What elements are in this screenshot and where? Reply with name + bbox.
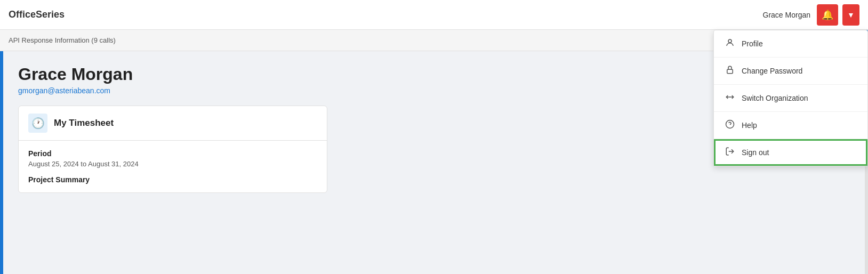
timesheet-body: Period August 25, 2024 to August 31, 202… bbox=[19, 141, 327, 192]
dropdown-sign-out-label: Sign out bbox=[742, 148, 769, 157]
dropdown-change-password-label: Change Password bbox=[742, 67, 802, 75]
user-dropdown-menu: Profile Change Password Switch Organizat… bbox=[713, 30, 868, 166]
timesheet-card: 🕐 My Timesheet Period August 25, 2024 to… bbox=[18, 106, 327, 193]
header-right: Grace Morgan 🔔 ▼ bbox=[763, 4, 859, 26]
dropdown-item-help[interactable]: Help bbox=[714, 112, 867, 139]
period-dates: August 25, 2024 to August 31, 2024 bbox=[28, 160, 317, 168]
bell-icon: 🔔 bbox=[822, 9, 833, 21]
project-summary-label: Project Summary bbox=[28, 175, 317, 184]
bell-button[interactable]: 🔔 bbox=[817, 4, 838, 26]
dropdown-switch-org-label: Switch Organization bbox=[742, 94, 808, 102]
timesheet-icon-wrapper: 🕐 bbox=[28, 114, 47, 133]
period-label: Period bbox=[28, 149, 317, 158]
profile-icon bbox=[725, 38, 735, 50]
dropdown-profile-label: Profile bbox=[742, 39, 763, 48]
timesheet-title: My Timesheet bbox=[54, 118, 114, 128]
dropdown-item-profile[interactable]: Profile bbox=[714, 30, 867, 58]
help-icon bbox=[725, 119, 735, 131]
dropdown-item-change-password[interactable]: Change Password bbox=[714, 58, 867, 85]
dropdown-help-label: Help bbox=[742, 121, 757, 130]
dropdown-item-switch-org[interactable]: Switch Organization bbox=[714, 85, 867, 112]
lock-icon bbox=[725, 65, 735, 77]
timesheet-card-header: 🕐 My Timesheet bbox=[19, 106, 327, 141]
api-info-text: API Response Information (9 calls) bbox=[9, 36, 116, 44]
chevron-down-icon: ▼ bbox=[847, 11, 855, 19]
timesheet-icon: 🕐 bbox=[31, 117, 45, 130]
app-logo: OfficeSeries bbox=[9, 9, 65, 20]
dropdown-item-sign-out[interactable]: Sign out bbox=[714, 139, 867, 166]
svg-rect-1 bbox=[727, 69, 733, 74]
svg-point-0 bbox=[728, 39, 732, 43]
header: OfficeSeries Grace Morgan 🔔 ▼ Profile bbox=[0, 0, 868, 30]
header-username: Grace Morgan bbox=[763, 11, 810, 19]
sign-out-icon bbox=[725, 147, 735, 158]
switch-org-icon bbox=[725, 92, 735, 104]
user-dropdown-button[interactable]: ▼ bbox=[842, 4, 859, 26]
